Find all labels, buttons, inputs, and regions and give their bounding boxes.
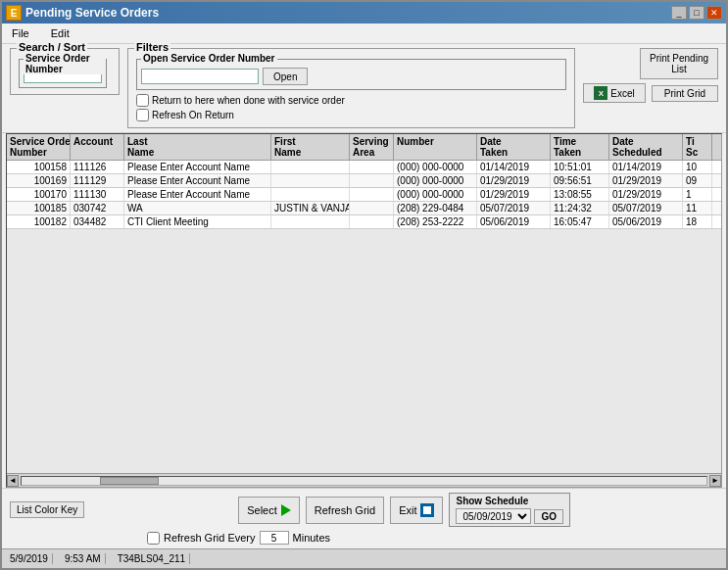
return-checkbox[interactable] [136, 94, 149, 107]
scroll-right-button[interactable]: ► [709, 475, 721, 487]
menu-edit[interactable]: Edit [45, 25, 75, 41]
refresh-grid-button[interactable]: Refresh Grid [306, 497, 384, 524]
bottom-area: List Color Key Select Refresh Grid Exit … [2, 488, 726, 548]
cell-ti-sc: 09 [683, 174, 712, 187]
main-window: E Pending Service Orders _ □ ✕ File Edit… [0, 0, 728, 570]
show-schedule-inner: 05/09/2019 GO [456, 508, 563, 524]
exit-label: Exit [399, 504, 416, 516]
toolbar-area: Search / Sort Service Order Number Filte… [2, 44, 726, 133]
exit-icon [420, 503, 434, 517]
cell-account: 111126 [71, 161, 124, 173]
table-row[interactable]: 100169 111129 Please Enter Account Name … [7, 174, 721, 188]
cell-date-scheduled: 01/14/2019 [609, 161, 683, 173]
cell-serving-area [350, 174, 394, 187]
cell-account: 111129 [71, 174, 124, 187]
refresh-grid-every-label: Refresh Grid Every [164, 532, 256, 544]
horizontal-scrollbar[interactable]: ◄ ► [7, 473, 721, 487]
exit-button[interactable]: Exit [390, 497, 443, 524]
cell-number: (208) 229-0484 [394, 202, 477, 214]
cell-time-taken: 16:05:47 [551, 215, 609, 228]
scroll-left-button[interactable]: ◄ [7, 475, 19, 487]
cell-last-name: CTI Client Meeting [124, 215, 271, 228]
table-row[interactable]: 100182 034482 CTI Client Meeting (208) 2… [7, 215, 721, 229]
cell-so-num: 100182 [7, 215, 71, 228]
schedule-date-select[interactable]: 05/09/2019 [456, 508, 531, 524]
go-button[interactable]: GO [534, 509, 563, 524]
col-header-ti-sc: TiSc [683, 134, 712, 160]
open-service-order-label: Open Service Order Number [141, 53, 277, 64]
return-label: Return to here when done with service or… [152, 95, 345, 106]
refresh-on-return-label: Refresh On Return [152, 110, 234, 120]
cell-last-name: WA [124, 202, 271, 214]
bottom-center-controls: Select Refresh Grid Exit Show Schedule 0… [90, 493, 718, 527]
show-schedule-label: Show Schedule [456, 496, 528, 506]
cell-date-scheduled: 01/29/2019 [609, 188, 683, 201]
grid-area: Service OrderNumber Account LastName Fir… [6, 133, 722, 488]
table-row[interactable]: 100185 030742 WA JUSTIN & VANJA (208) 22… [7, 202, 721, 215]
play-icon [281, 504, 291, 516]
cell-date-taken: 01/29/2019 [477, 174, 551, 187]
maximize-button[interactable]: □ [689, 6, 704, 20]
status-terminal: T34BLS04_211 [114, 553, 191, 564]
list-color-key-button[interactable]: List Color Key [10, 501, 84, 518]
cell-serving-area [350, 188, 394, 201]
select-button[interactable]: Select [238, 497, 300, 524]
refresh-grid-every-row: Refresh Grid Every Minutes [10, 531, 718, 545]
cell-first-name: JUSTIN & VANJA [271, 202, 350, 214]
col-header-account: Account [71, 134, 124, 160]
cell-time-taken: 10:51:01 [551, 161, 609, 173]
col-header-number: Number [394, 134, 477, 160]
col-header-last-name: LastName [124, 134, 271, 160]
open-button[interactable]: Open [263, 68, 308, 85]
cell-date-taken: 05/06/2019 [477, 215, 551, 228]
col-header-time-taken: TimeTaken [551, 134, 609, 160]
status-date: 5/9/2019 [6, 553, 53, 564]
refresh-grid-every-checkbox[interactable] [147, 532, 160, 545]
close-button[interactable]: ✕ [706, 6, 722, 20]
cell-first-name [271, 174, 350, 187]
print-pending-button[interactable]: Print PendingList [640, 48, 718, 79]
cell-date-taken: 01/14/2019 [477, 161, 551, 173]
scrollbar-track[interactable] [21, 476, 707, 486]
cell-date-taken: 01/29/2019 [477, 188, 551, 201]
excel-icon: X [594, 86, 607, 100]
minutes-input[interactable] [260, 531, 289, 545]
cell-ti-sc: 1 [683, 188, 712, 201]
minutes-label: Minutes [293, 532, 331, 544]
app-icon: E [6, 5, 22, 21]
search-sort-label: Search / Sort [17, 41, 87, 53]
menu-file[interactable]: File [6, 25, 35, 41]
table-row[interactable]: 100158 111126 Please Enter Account Name … [7, 161, 721, 174]
toolbar-right: Print PendingList X Excel Print Grid [583, 48, 718, 103]
cell-ti-sc: 18 [683, 215, 712, 228]
status-time: 9:53 AM [61, 553, 106, 564]
cell-ti-sc: 11 [683, 202, 712, 214]
table-row[interactable]: 100170 111130 Please Enter Account Name … [7, 188, 721, 202]
cell-number: (000) 000-0000 [394, 188, 477, 201]
excel-row: X Excel Print Grid [583, 83, 718, 103]
print-grid-button[interactable]: Print Grid [652, 85, 718, 102]
cell-first-name [271, 161, 350, 173]
cell-account: 111130 [71, 188, 124, 201]
excel-label: Excel [610, 88, 634, 99]
cell-first-name [271, 188, 350, 201]
cell-serving-area [350, 202, 394, 214]
excel-button[interactable]: X Excel [583, 83, 645, 103]
col-header-date-taken: DateTaken [477, 134, 551, 160]
col-header-date-scheduled: DateScheduled [609, 134, 683, 160]
minimize-button[interactable]: _ [671, 6, 687, 20]
scrollbar-thumb[interactable] [100, 477, 159, 485]
refresh-checkbox-row: Refresh On Return [136, 109, 566, 121]
menu-bar: File Edit [2, 24, 726, 44]
cell-first-name [271, 215, 350, 228]
refresh-on-return-checkbox[interactable] [136, 109, 149, 121]
title-bar: E Pending Service Orders _ □ ✕ [2, 2, 726, 24]
cell-date-scheduled: 05/06/2019 [609, 215, 683, 228]
open-service-order-input[interactable] [141, 69, 259, 84]
cell-account: 034482 [71, 215, 124, 228]
title-bar-left: E Pending Service Orders [6, 5, 159, 21]
cell-number: (000) 000-0000 [394, 174, 477, 187]
cell-date-scheduled: 05/07/2019 [609, 202, 683, 214]
status-bar: 5/9/2019 9:53 AM T34BLS04_211 [2, 548, 726, 568]
bottom-row1: List Color Key Select Refresh Grid Exit … [10, 493, 718, 527]
